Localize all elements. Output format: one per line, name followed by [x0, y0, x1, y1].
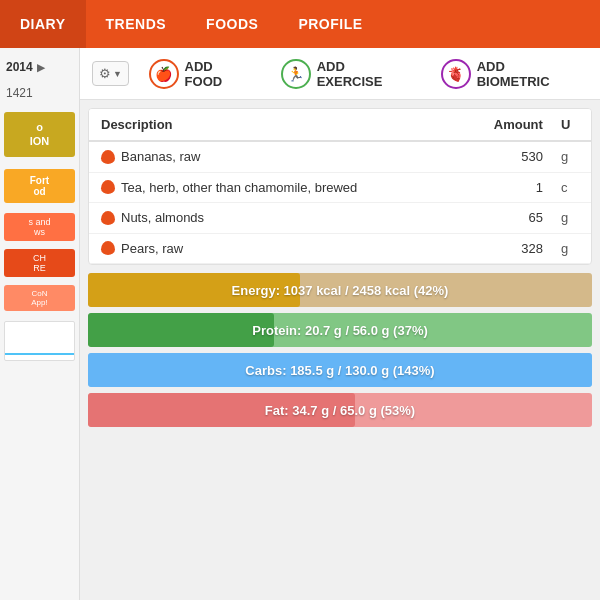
top-navigation: DIARY TRENDS FOODS PROFILE — [0, 0, 600, 48]
table-row[interactable]: Pears, raw 328 g — [89, 233, 591, 264]
food-unit: g — [555, 203, 591, 234]
food-amount: 530 — [459, 141, 555, 172]
table-row[interactable]: Nuts, almonds 65 g — [89, 203, 591, 234]
food-amount: 65 — [459, 203, 555, 234]
food-table-container: Description Amount U Bananas, raw 530 g … — [88, 108, 592, 265]
nav-foods[interactable]: FOODS — [186, 0, 278, 48]
energy-bar: Energy: 1037 kcal / 2458 kcal (42%) — [88, 273, 592, 307]
energy-label: Energy: 1037 kcal / 2458 kcal (42%) — [88, 283, 592, 298]
carbs-bar: Carbs: 185.5 g / 130.0 g (143%) — [88, 353, 592, 387]
apple-icon — [101, 150, 115, 164]
sidebar-btn-line1: o — [8, 120, 71, 134]
add-food-label: ADD FOOD — [185, 59, 253, 89]
settings-button[interactable]: ⚙ ▼ — [92, 61, 129, 86]
biometric-icon: 🫀 — [441, 59, 471, 89]
food-amount: 328 — [459, 233, 555, 264]
food-table: Description Amount U Bananas, raw 530 g … — [89, 109, 591, 264]
sidebar: 2014 ▶ 1421 o ION Fort od s and ws CH RE… — [0, 48, 80, 600]
nav-profile[interactable]: PROFILE — [278, 0, 382, 48]
sidebar-calories: 1421 — [0, 82, 79, 104]
col-amount: Amount — [459, 109, 555, 141]
sidebar-ad3[interactable]: CH RE — [4, 249, 75, 277]
protein-bar: Protein: 20.7 g / 56.0 g (37%) — [88, 313, 592, 347]
food-name: Bananas, raw — [89, 141, 459, 172]
food-name: Tea, herb, other than chamomile, brewed — [89, 172, 459, 203]
sidebar-ad4[interactable]: CoN App! — [4, 285, 75, 311]
add-exercise-button[interactable]: 🏃 ADD EXERCISE — [273, 55, 421, 93]
sidebar-graph — [4, 321, 75, 361]
gear-dropdown-icon: ▼ — [113, 69, 122, 79]
ad1-line1: Fort — [8, 175, 71, 186]
date-arrow-icon: ▶ — [37, 62, 45, 73]
sidebar-date[interactable]: 2014 ▶ — [0, 56, 79, 78]
nav-diary[interactable]: DIARY — [0, 0, 86, 48]
year-label: 2014 — [6, 60, 33, 74]
food-icon: 🍎 — [149, 59, 179, 89]
ad3-line2: RE — [8, 263, 71, 273]
food-unit: g — [555, 141, 591, 172]
protein-label: Protein: 20.7 g / 56.0 g (37%) — [88, 323, 592, 338]
apple-icon — [101, 211, 115, 225]
sidebar-ad1[interactable]: Fort od — [4, 169, 75, 203]
fat-bar: Fat: 34.7 g / 65.0 g (53%) — [88, 393, 592, 427]
col-unit: U — [555, 109, 591, 141]
exercise-icon: 🏃 — [281, 59, 311, 89]
add-biometric-label: ADD BIOMETRIC — [477, 59, 580, 89]
table-row[interactable]: Bananas, raw 530 g — [89, 141, 591, 172]
sidebar-action-button[interactable]: o ION — [4, 112, 75, 157]
add-exercise-label: ADD EXERCISE — [317, 59, 413, 89]
add-food-button[interactable]: 🍎 ADD FOOD — [141, 55, 261, 93]
apple-icon — [101, 241, 115, 255]
ad2-line1: s and — [8, 217, 71, 227]
nav-trends[interactable]: TRENDS — [86, 0, 187, 48]
col-description: Description — [89, 109, 459, 141]
ad1-line2: od — [8, 186, 71, 197]
add-biometric-button[interactable]: 🫀 ADD BIOMETRIC — [433, 55, 588, 93]
food-name: Pears, raw — [89, 233, 459, 264]
food-unit: c — [555, 172, 591, 203]
con-label: CoN — [8, 289, 71, 298]
action-bar: ⚙ ▼ 🍎 ADD FOOD 🏃 ADD EXERCISE 🫀 ADD BIOM… — [80, 48, 600, 100]
sidebar-btn-line2: ION — [8, 134, 71, 148]
carbs-label: Carbs: 185.5 g / 130.0 g (143%) — [88, 363, 592, 378]
table-row[interactable]: Tea, herb, other than chamomile, brewed … — [89, 172, 591, 203]
ad2-line2: ws — [8, 227, 71, 237]
gear-icon: ⚙ — [99, 66, 111, 81]
apple-icon — [101, 180, 115, 194]
food-name: Nuts, almonds — [89, 203, 459, 234]
nutrition-bars: Energy: 1037 kcal / 2458 kcal (42%) Prot… — [88, 273, 592, 427]
food-amount: 1 — [459, 172, 555, 203]
content-area: ⚙ ▼ 🍎 ADD FOOD 🏃 ADD EXERCISE 🫀 ADD BIOM… — [80, 48, 600, 600]
ad3-line1: CH — [8, 253, 71, 263]
fat-label: Fat: 34.7 g / 65.0 g (53%) — [88, 403, 592, 418]
ad4-label: App! — [8, 298, 71, 307]
graph-line — [5, 353, 74, 355]
food-unit: g — [555, 233, 591, 264]
sidebar-ad2[interactable]: s and ws — [4, 213, 75, 241]
main-layout: 2014 ▶ 1421 o ION Fort od s and ws CH RE… — [0, 48, 600, 600]
